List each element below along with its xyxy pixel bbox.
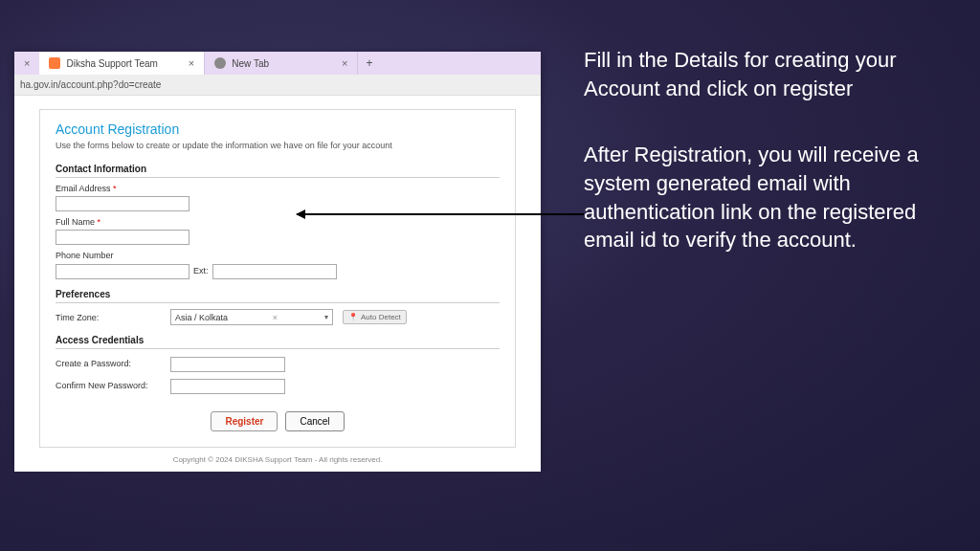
tab-label: Diksha Support Team bbox=[66, 58, 157, 69]
tab-bar: × Diksha Support Team × New Tab × + bbox=[14, 52, 541, 75]
address-bar[interactable]: ha.gov.in/account.php?do=create bbox=[14, 75, 541, 96]
tab-leading-close[interactable]: × bbox=[14, 52, 39, 75]
section-preferences: Preferences bbox=[56, 289, 500, 303]
confirm-password-label: Confirm New Password: bbox=[56, 381, 161, 390]
cancel-button[interactable]: Cancel bbox=[285, 411, 344, 431]
page-subtitle: Use the forms below to create or update … bbox=[56, 141, 500, 150]
location-icon: 📍 bbox=[348, 313, 358, 321]
section-contact: Contact Information bbox=[56, 164, 500, 178]
close-icon[interactable]: × bbox=[24, 57, 30, 69]
timezone-select[interactable]: Asia / Kolkata × ▾ bbox=[170, 309, 333, 325]
fullname-field[interactable] bbox=[56, 230, 189, 245]
url-text: ha.gov.in/account.php?do=create bbox=[20, 79, 161, 90]
slide-instructions: Fill in the Details for creating your Ac… bbox=[584, 46, 967, 293]
timezone-label: Time Zone: bbox=[56, 313, 161, 322]
close-icon[interactable]: × bbox=[189, 57, 194, 69]
instruction-para-2: After Registration, you will receive a s… bbox=[584, 141, 967, 254]
footer-text: Copyright © 2024 DIKSHA Support Team - A… bbox=[39, 455, 516, 464]
favicon-icon bbox=[49, 57, 60, 69]
timezone-value: Asia / Kolkata bbox=[175, 313, 228, 322]
create-password-label: Create a Password: bbox=[56, 359, 161, 368]
clear-icon[interactable]: × bbox=[273, 313, 280, 322]
chevron-down-icon: ▾ bbox=[324, 313, 328, 321]
tab-new[interactable]: New Tab × bbox=[205, 52, 358, 75]
email-field[interactable] bbox=[56, 196, 189, 211]
email-label: Email Address * bbox=[56, 184, 500, 193]
confirm-password-field[interactable] bbox=[170, 379, 285, 394]
tab-label: New Tab bbox=[232, 58, 269, 69]
annotation-arrow bbox=[297, 213, 584, 215]
fullname-label: Full Name * bbox=[56, 217, 500, 227]
browser-screenshot: × Diksha Support Team × New Tab × + ha.g… bbox=[14, 52, 541, 463]
auto-detect-button[interactable]: 📍 Auto Detect bbox=[343, 310, 407, 324]
tab-diksha[interactable]: Diksha Support Team × bbox=[39, 52, 205, 75]
section-credentials: Access Credentials bbox=[56, 335, 500, 349]
register-button[interactable]: Register bbox=[211, 411, 278, 431]
ext-field[interactable] bbox=[212, 264, 337, 279]
page-body: Account Registration Use the forms below… bbox=[14, 96, 541, 472]
phone-field[interactable] bbox=[56, 264, 189, 279]
phone-label: Phone Number bbox=[56, 251, 500, 260]
registration-form: Account Registration Use the forms below… bbox=[39, 109, 516, 448]
page-title: Account Registration bbox=[56, 121, 500, 137]
globe-icon bbox=[214, 57, 226, 69]
new-tab-button[interactable]: + bbox=[358, 56, 380, 70]
instruction-para-1: Fill in the Details for creating your Ac… bbox=[584, 46, 967, 102]
create-password-field[interactable] bbox=[170, 357, 285, 372]
ext-label: Ext: bbox=[193, 266, 209, 276]
close-icon[interactable]: × bbox=[342, 57, 347, 69]
